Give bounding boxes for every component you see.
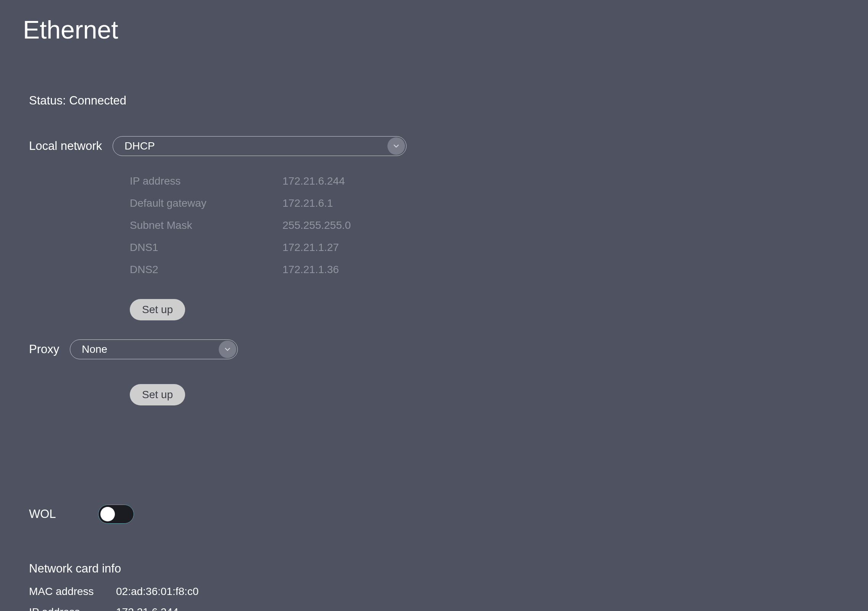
local-network-setup-button[interactable]: Set up bbox=[130, 299, 185, 320]
default-gateway-label: Default gateway bbox=[130, 197, 282, 209]
default-gateway-value: 172.21.6.1 bbox=[282, 197, 333, 209]
status-line: Status: Connected bbox=[29, 94, 845, 108]
card-ip-value: 172.21.6.244 bbox=[116, 606, 179, 611]
detail-row-ip: IP address 172.21.6.244 bbox=[130, 175, 845, 187]
dns2-value: 172.21.1.36 bbox=[282, 264, 339, 276]
wol-row: WOL bbox=[29, 505, 845, 524]
subnet-mask-label: Subnet Mask bbox=[130, 219, 282, 232]
wol-toggle[interactable] bbox=[98, 505, 134, 524]
proxy-details: Set up bbox=[130, 371, 845, 405]
card-info-row-ip: IP address 172.21.6.244 bbox=[29, 606, 845, 611]
chevron-down-icon bbox=[219, 341, 236, 358]
detail-row-dns2: DNS2 172.21.1.36 bbox=[130, 264, 845, 276]
network-card-info-title: Network card info bbox=[29, 562, 845, 576]
subnet-mask-value: 255.255.255.0 bbox=[282, 219, 351, 232]
detail-row-dns1: DNS1 172.21.1.27 bbox=[130, 241, 845, 254]
card-ip-label: IP address bbox=[29, 606, 116, 611]
card-info-row-mac: MAC address 02:ad:36:01:f8:c0 bbox=[29, 585, 845, 598]
detail-row-gateway: Default gateway 172.21.6.1 bbox=[130, 197, 845, 209]
dns2-label: DNS2 bbox=[130, 264, 282, 276]
proxy-setup-button[interactable]: Set up bbox=[130, 384, 185, 405]
chevron-down-icon bbox=[387, 137, 405, 155]
status-label: Status bbox=[29, 94, 63, 107]
page-title: Ethernet bbox=[23, 15, 845, 44]
dns1-label: DNS1 bbox=[130, 241, 282, 254]
local-network-row: Local network DHCP bbox=[29, 136, 845, 156]
proxy-label: Proxy bbox=[29, 342, 59, 356]
mac-address-value: 02:ad:36:01:f8:c0 bbox=[116, 585, 198, 598]
local-network-label: Local network bbox=[29, 139, 102, 153]
proxy-mode-value: None bbox=[82, 343, 107, 355]
local-network-dropdown[interactable]: DHCP bbox=[113, 136, 407, 156]
proxy-row: Proxy None bbox=[29, 339, 845, 359]
wol-label: WOL bbox=[29, 507, 56, 521]
ip-address-value: 172.21.6.244 bbox=[282, 175, 345, 187]
dns1-value: 172.21.1.27 bbox=[282, 241, 339, 254]
local-network-details: IP address 172.21.6.244 Default gateway … bbox=[130, 175, 845, 320]
mac-address-label: MAC address bbox=[29, 585, 116, 598]
toggle-knob bbox=[100, 507, 115, 521]
ip-address-label: IP address bbox=[130, 175, 282, 187]
proxy-dropdown[interactable]: None bbox=[70, 339, 238, 359]
detail-row-subnet: Subnet Mask 255.255.255.0 bbox=[130, 219, 845, 232]
status-value: Connected bbox=[69, 94, 126, 107]
local-network-mode-value: DHCP bbox=[124, 140, 155, 152]
